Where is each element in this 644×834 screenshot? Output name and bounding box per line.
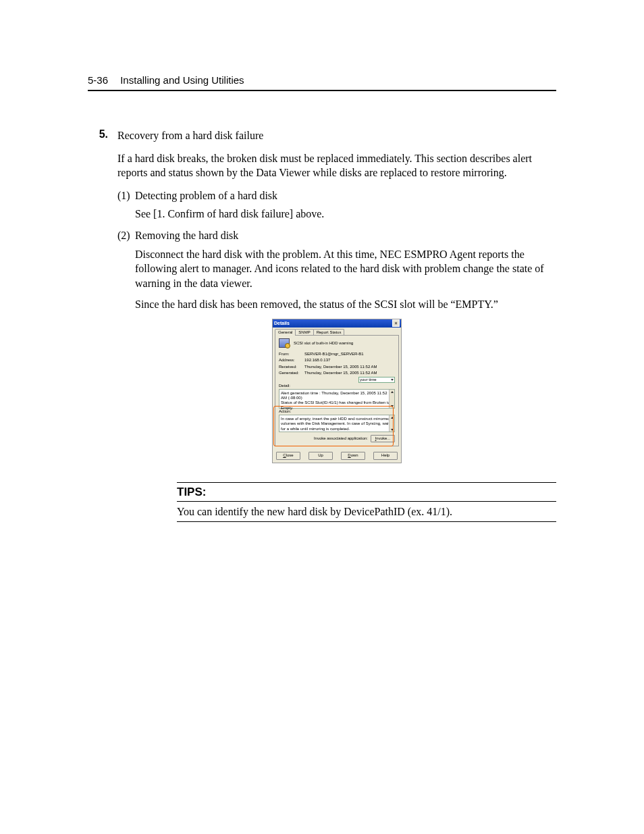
substep-2-body2: Since the hard disk has been removed, th… <box>117 297 556 312</box>
invoke-label: Invoke associated application: <box>314 436 368 441</box>
label-generated: Generated: <box>279 371 304 375</box>
down-button[interactable]: Down <box>341 452 365 459</box>
scroll-down-icon[interactable] <box>390 404 394 408</box>
chevron-down-icon <box>391 379 394 381</box>
page-title: Installing and Using Utilities <box>120 74 244 86</box>
tips-body: You can identify the new hard disk by De… <box>177 502 556 522</box>
up-button[interactable]: Up <box>308 452 333 459</box>
action-label: Action: <box>279 409 395 414</box>
substep-2-title: Removing the hard disk <box>135 228 556 243</box>
action-text: In case of empty, insert the pair HDD an… <box>281 417 391 430</box>
scrollbar[interactable] <box>389 390 394 408</box>
tips-heading: TIPS: <box>177 482 556 502</box>
substep-1-body: See [1. Confirm of hard disk failure] ab… <box>117 207 556 221</box>
value-address: 192.168.0.137 <box>304 358 395 363</box>
value-from: SERVER-B1@mgr_SERVER-B1 <box>304 352 395 357</box>
scrollbar[interactable] <box>389 415 394 432</box>
dialog-titlebar: Details × <box>273 319 401 328</box>
scroll-down-icon[interactable] <box>390 427 394 432</box>
substep-2-body1: Disconnect the hard disk with the proble… <box>117 247 556 291</box>
invoke-button[interactable]: Invoke... <box>371 435 395 442</box>
warning-icon <box>279 338 290 348</box>
time-selector-value: your time <box>360 377 377 382</box>
scroll-up-icon[interactable] <box>390 390 394 394</box>
scroll-up-icon[interactable] <box>390 415 394 419</box>
substep-1-num: (1) <box>117 188 135 207</box>
tips-box: TIPS: You can identify the new hard disk… <box>177 482 556 522</box>
help-button[interactable]: Help <box>373 452 398 459</box>
step-5: 5. Recovery from a hard disk failure If … <box>88 128 556 475</box>
close-button[interactable]: Close <box>276 452 300 459</box>
step-intro: If a hard disk breaks, the broken disk m… <box>117 151 556 180</box>
step-title: Recovery from a hard disk failure <box>117 128 556 143</box>
action-textbox[interactable]: In case of empty, insert the pair HDD an… <box>279 415 395 432</box>
invoke-button-label: nvoke... <box>376 436 390 440</box>
page-header: 5-36 Installing and Using Utilities <box>88 74 556 91</box>
alert-summary: SCSI slot of built-in HDD warning <box>294 341 353 346</box>
label-received: Received: <box>279 365 304 369</box>
detail-text: Alert generation time : Thursday, Decemb… <box>281 391 391 410</box>
label-address: Address: <box>279 358 304 363</box>
page-number: 5-36 <box>88 74 108 86</box>
substep-1: (1) Detecting problem of a hard disk <box>117 188 556 207</box>
time-selector[interactable]: your time <box>358 377 395 383</box>
substep-2: (2) Removing the hard disk <box>117 228 556 247</box>
detail-textbox[interactable]: Alert generation time : Thursday, Decemb… <box>279 389 395 409</box>
tab-general[interactable]: General <box>275 329 296 336</box>
value-received: Thursday, December 15, 2005 11:52 AM <box>304 365 395 369</box>
value-generated: Thursday, December 15, 2005 11:52 AM <box>304 371 395 375</box>
substep-2-num: (2) <box>117 228 135 247</box>
detail-label: Detail: <box>279 384 395 388</box>
substep-1-title: Detecting problem of a hard disk <box>135 188 556 203</box>
label-from: From: <box>279 352 304 357</box>
step-number: 5. <box>88 128 117 475</box>
dialog-title: Details <box>274 321 290 326</box>
close-icon[interactable]: × <box>392 319 400 327</box>
dialog-details: Details × General SNMP Report Status <box>117 319 556 463</box>
